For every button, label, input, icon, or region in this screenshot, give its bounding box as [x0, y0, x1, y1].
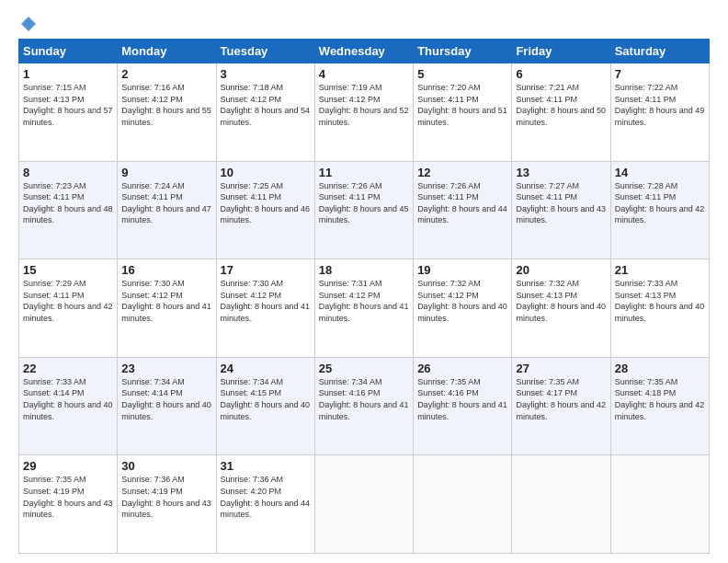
day-info: Sunrise: 7:19 AM Sunset: 4:12 PM Dayligh…: [319, 82, 409, 128]
day-info: Sunrise: 7:32 AM Sunset: 4:12 PM Dayligh…: [417, 278, 507, 324]
calendar-week-row: 22 Sunrise: 7:33 AM Sunset: 4:14 PM Dayl…: [19, 357, 710, 455]
calendar-cell: 18 Sunrise: 7:31 AM Sunset: 4:12 PM Dayl…: [314, 259, 413, 358]
sunset-label: Sunset: 4:20 PM: [221, 487, 282, 496]
sunrise-label: Sunrise: 7:29 AM: [23, 279, 86, 288]
day-info: Sunrise: 7:36 AM Sunset: 4:20 PM Dayligh…: [221, 474, 311, 520]
sunrise-label: Sunrise: 7:19 AM: [319, 83, 382, 92]
day-number: 19: [417, 263, 507, 277]
day-number: 30: [121, 459, 211, 473]
calendar-table: SundayMondayTuesdayWednesdayThursdayFrid…: [18, 39, 710, 554]
calendar-cell: 26 Sunrise: 7:35 AM Sunset: 4:16 PM Dayl…: [414, 357, 512, 455]
sunrise-label: Sunrise: 7:20 AM: [417, 83, 481, 92]
day-number: 1: [23, 67, 113, 81]
day-number: 18: [319, 263, 409, 277]
sunrise-label: Sunrise: 7:24 AM: [121, 181, 185, 190]
calendar-day-header: Wednesday: [314, 40, 413, 63]
sunset-label: Sunset: 4:11 PM: [516, 192, 577, 201]
sunset-label: Sunset: 4:11 PM: [23, 192, 85, 201]
day-info: Sunrise: 7:33 AM Sunset: 4:13 PM Dayligh…: [615, 278, 705, 324]
calendar-day-header: Thursday: [414, 40, 512, 63]
calendar-cell: 29 Sunrise: 7:35 AM Sunset: 4:19 PM Dayl…: [19, 455, 118, 554]
calendar-cell: 12 Sunrise: 7:26 AM Sunset: 4:11 PM Dayl…: [414, 161, 512, 259]
day-info: Sunrise: 7:22 AM Sunset: 4:11 PM Dayligh…: [615, 82, 705, 128]
sunset-label: Sunset: 4:12 PM: [417, 291, 479, 300]
daylight-label: Daylight: 8 hours and 41 minutes.: [121, 302, 211, 323]
day-info: Sunrise: 7:27 AM Sunset: 4:11 PM Dayligh…: [516, 180, 606, 226]
sunrise-label: Sunrise: 7:33 AM: [23, 377, 86, 386]
calendar-week-row: 15 Sunrise: 7:29 AM Sunset: 4:11 PM Dayl…: [19, 259, 710, 358]
day-number: 10: [221, 166, 311, 179]
calendar-cell: 15 Sunrise: 7:29 AM Sunset: 4:11 PM Dayl…: [19, 259, 118, 358]
sunset-label: Sunset: 4:13 PM: [23, 95, 85, 104]
sunset-label: Sunset: 4:12 PM: [319, 95, 381, 104]
sunset-label: Sunset: 4:14 PM: [121, 388, 183, 397]
day-number: 11: [319, 166, 409, 179]
sunrise-label: Sunrise: 7:32 AM: [516, 279, 579, 288]
sunrise-label: Sunrise: 7:35 AM: [23, 475, 86, 484]
day-number: 27: [516, 362, 606, 375]
sunset-label: Sunset: 4:11 PM: [615, 192, 677, 201]
day-number: 14: [615, 166, 705, 179]
day-info: Sunrise: 7:29 AM Sunset: 4:11 PM Dayligh…: [23, 278, 113, 324]
calendar-cell: 3 Sunrise: 7:18 AM Sunset: 4:12 PM Dayli…: [216, 63, 314, 162]
calendar-day-header: Friday: [512, 40, 610, 63]
sunrise-label: Sunrise: 7:22 AM: [615, 83, 678, 92]
sunset-label: Sunset: 4:11 PM: [221, 192, 282, 201]
day-info: Sunrise: 7:30 AM Sunset: 4:12 PM Dayligh…: [221, 278, 311, 324]
day-info: Sunrise: 7:18 AM Sunset: 4:12 PM Dayligh…: [221, 82, 311, 128]
daylight-label: Daylight: 8 hours and 41 minutes.: [417, 400, 507, 421]
day-number: 22: [23, 362, 113, 375]
calendar-cell: 10 Sunrise: 7:25 AM Sunset: 4:11 PM Dayl…: [216, 161, 314, 259]
day-number: 24: [221, 362, 311, 375]
day-number: 20: [516, 263, 606, 277]
daylight-label: Daylight: 8 hours and 55 minutes.: [121, 106, 211, 127]
calendar-week-row: 8 Sunrise: 7:23 AM Sunset: 4:11 PM Dayli…: [19, 161, 710, 259]
day-number: 2: [121, 67, 211, 81]
calendar-cell: 9 Sunrise: 7:24 AM Sunset: 4:11 PM Dayli…: [118, 161, 216, 259]
day-info: Sunrise: 7:35 AM Sunset: 4:17 PM Dayligh…: [516, 376, 606, 422]
sunset-label: Sunset: 4:12 PM: [121, 95, 183, 104]
day-number: 9: [121, 166, 211, 179]
sunset-label: Sunset: 4:11 PM: [319, 192, 381, 201]
calendar-day-header: Saturday: [610, 40, 709, 63]
header: [18, 15, 710, 29]
day-info: Sunrise: 7:15 AM Sunset: 4:13 PM Dayligh…: [23, 82, 113, 128]
day-number: 8: [23, 166, 113, 179]
svg-marker-1: [23, 18, 34, 29]
daylight-label: Daylight: 8 hours and 57 minutes.: [23, 106, 113, 127]
sunrise-label: Sunrise: 7:31 AM: [319, 279, 382, 288]
sunrise-label: Sunrise: 7:34 AM: [221, 377, 284, 386]
calendar-cell: [414, 455, 512, 554]
sunrise-label: Sunrise: 7:34 AM: [121, 377, 185, 386]
sunrise-label: Sunrise: 7:27 AM: [516, 181, 579, 190]
day-number: 13: [516, 166, 606, 179]
calendar-cell: 17 Sunrise: 7:30 AM Sunset: 4:12 PM Dayl…: [216, 259, 314, 358]
daylight-label: Daylight: 8 hours and 47 minutes.: [121, 204, 211, 225]
day-number: 5: [417, 67, 507, 81]
day-number: 28: [615, 362, 705, 375]
daylight-label: Daylight: 8 hours and 41 minutes.: [319, 302, 409, 323]
calendar-cell: 27 Sunrise: 7:35 AM Sunset: 4:17 PM Dayl…: [512, 357, 610, 455]
calendar-header-row: SundayMondayTuesdayWednesdayThursdayFrid…: [19, 40, 710, 63]
day-number: 15: [23, 263, 113, 277]
sunrise-label: Sunrise: 7:35 AM: [417, 377, 481, 386]
sunrise-label: Sunrise: 7:26 AM: [319, 181, 382, 190]
day-number: 16: [121, 263, 211, 277]
sunrise-label: Sunrise: 7:28 AM: [615, 181, 678, 190]
sunrise-label: Sunrise: 7:34 AM: [319, 377, 382, 386]
sunrise-label: Sunrise: 7:21 AM: [516, 83, 579, 92]
calendar-day-header: Sunday: [19, 40, 118, 63]
sunset-label: Sunset: 4:19 PM: [121, 487, 183, 496]
day-info: Sunrise: 7:35 AM Sunset: 4:16 PM Dayligh…: [417, 376, 507, 422]
sunset-label: Sunset: 4:14 PM: [23, 388, 85, 397]
daylight-label: Daylight: 8 hours and 43 minutes.: [121, 499, 211, 520]
calendar-cell: 31 Sunrise: 7:36 AM Sunset: 4:20 PM Dayl…: [216, 455, 314, 554]
sunrise-label: Sunrise: 7:18 AM: [221, 83, 284, 92]
logo-icon: [19, 15, 38, 33]
logo: [18, 15, 38, 29]
day-info: Sunrise: 7:24 AM Sunset: 4:11 PM Dayligh…: [121, 180, 211, 226]
day-number: 23: [121, 362, 211, 375]
sunrise-label: Sunrise: 7:35 AM: [516, 377, 579, 386]
calendar-cell: 22 Sunrise: 7:33 AM Sunset: 4:14 PM Dayl…: [19, 357, 118, 455]
sunrise-label: Sunrise: 7:16 AM: [121, 83, 185, 92]
